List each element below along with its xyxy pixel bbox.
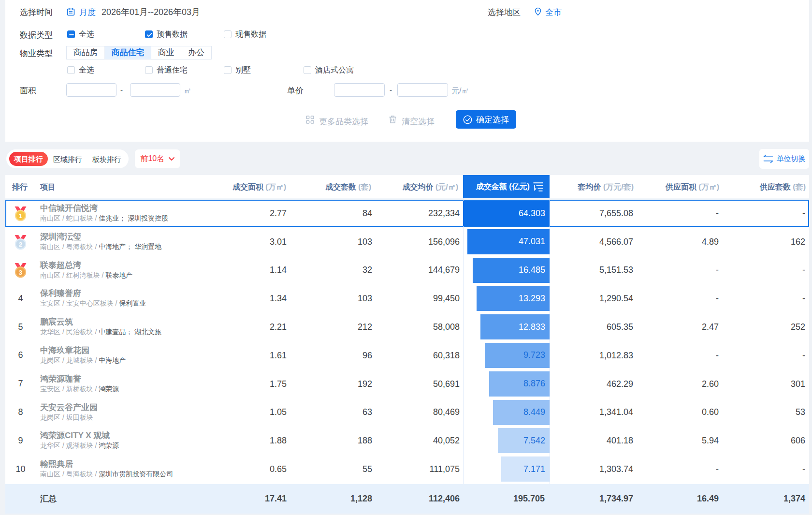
svg-text:1: 1 — [19, 212, 23, 219]
svg-text:3: 3 — [19, 269, 23, 276]
svg-text:2: 2 — [19, 240, 23, 248]
